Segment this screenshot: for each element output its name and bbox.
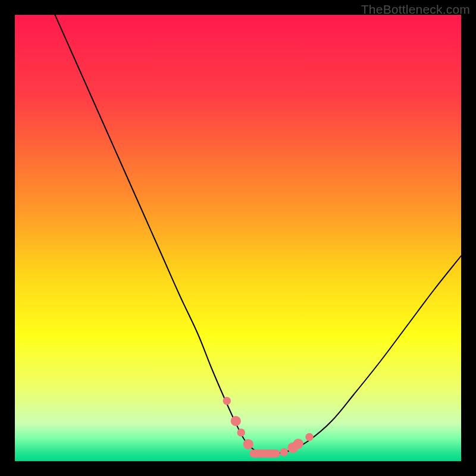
- marker-dot: [231, 416, 241, 426]
- marker-dot: [237, 428, 246, 437]
- marker-dot: [223, 397, 231, 405]
- marker-dot: [280, 448, 289, 456]
- marker-dot: [243, 439, 253, 449]
- marker-dot: [293, 439, 303, 449]
- chart-plot-area: [15, 15, 461, 461]
- marker-dot: [305, 433, 314, 441]
- chart-frame: TheBottleneck.com: [0, 0, 476, 476]
- gradient-background: [15, 15, 461, 461]
- watermark-text: TheBottleneck.com: [361, 2, 470, 17]
- chart-canvas: [15, 15, 461, 461]
